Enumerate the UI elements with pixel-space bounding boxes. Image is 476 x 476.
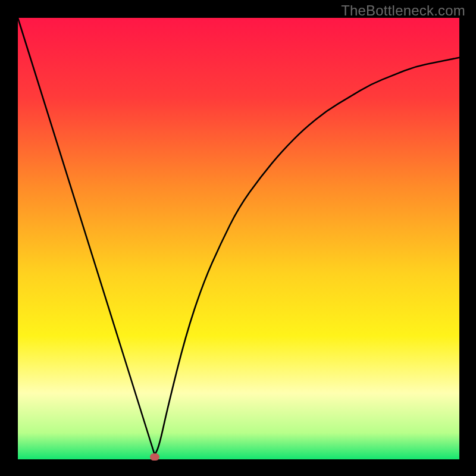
- chart-frame: TheBottleneck.com: [0, 0, 476, 476]
- watermark-text: TheBottleneck.com: [341, 2, 465, 19]
- min-marker-dot: [150, 453, 159, 461]
- data-curve: [18, 18, 459, 459]
- plot-area: [18, 18, 459, 459]
